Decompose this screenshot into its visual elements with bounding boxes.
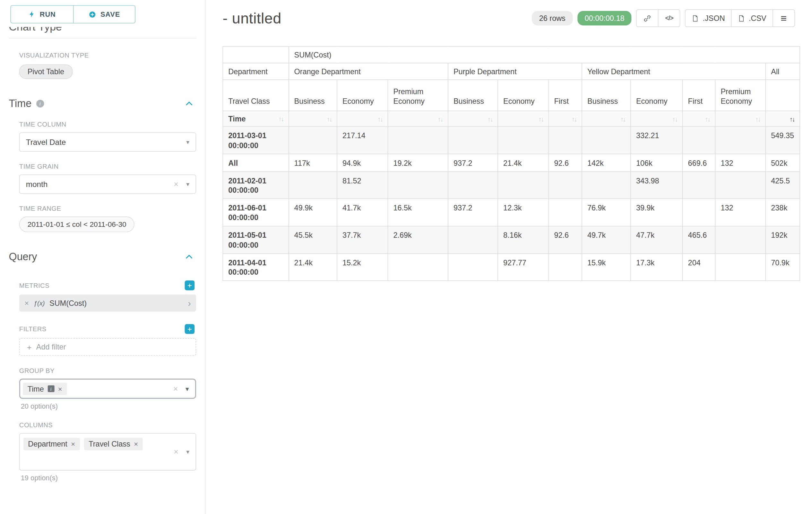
pivot-value-cell [582,127,631,154]
metrics-label-row: METRICS + [19,280,195,290]
run-label: RUN [40,10,56,18]
pivot-value-cell: 937.2 [448,154,498,171]
view-query-button[interactable]: </> [658,9,681,27]
travel-class-header: Economy [631,80,683,111]
sort-icon[interactable]: ↑↓ [672,116,677,123]
group-by-tag[interactable]: Time i × [23,383,67,395]
sort-cell[interactable]: ↑↓ [337,111,388,126]
sort-icon[interactable]: ↑↓ [572,116,576,123]
sort-icon[interactable]: ↑↓ [327,116,331,123]
sort-cell[interactable]: ↑↓ [448,111,498,126]
pivot-value-cell [498,171,549,199]
chart-type-heading: Chart Type [9,27,196,33]
clear-icon[interactable]: × [174,180,178,189]
sort-cell[interactable]: ↑↓ [498,111,549,126]
save-label: SAVE [100,10,120,18]
collapse-chevron-icon[interactable] [185,253,193,261]
sort-cell[interactable]: ↑↓ [582,111,631,126]
pivot-value-cell: 21.4k [289,253,337,281]
tag-label: Travel Class [89,440,130,448]
export-json-button[interactable]: .JSON [685,9,732,27]
pivot-row: 2011-02-01 00:00:0081.52343.98425.5 [223,171,800,199]
group-by-select[interactable]: Time i × × ▾ [19,379,196,399]
metric-item[interactable]: × ƒ(x) SUM(Cost) › [19,295,196,312]
sort-icon[interactable]: ↑↓ [278,115,283,123]
remove-tag-icon[interactable]: × [71,440,75,448]
travel-class-header-row: Travel Class BusinessEconomyPremium Econ… [223,80,800,111]
clear-all-icon[interactable]: × [174,447,178,457]
save-button[interactable]: SAVE [73,5,136,23]
add-filter-box[interactable]: + Add filter [19,338,196,356]
pivot-value-cell [683,127,716,154]
chart-header: - untitled 26 rows 00:00:00.18 </> .JSON [223,7,807,29]
viz-type-pill[interactable]: Pivot Table [19,64,72,79]
column-tag[interactable]: Department × [23,438,80,451]
column-group-header: Purple Department [448,63,582,80]
chart-title: - untitled [223,10,282,27]
pivot-value-cell [388,171,448,199]
pivot-value-cell: 106k [631,154,683,171]
time-range-pill[interactable]: 2011-01-01 ≤ col < 2011-06-30 [19,217,135,232]
pivot-value-cell: 669.6 [683,154,716,171]
travel-class-header: Business [448,80,498,111]
sort-icon[interactable]: ↑↓ [438,116,443,123]
sort-icon[interactable]: ↑↓ [377,116,382,123]
clear-all-icon[interactable]: × [173,384,178,393]
plus-icon: + [27,343,31,351]
sort-icon[interactable]: ↑↓ [755,116,760,123]
export-csv-button[interactable]: .CSV [731,9,773,27]
pivot-value-cell: 94.9k [337,154,388,171]
pivot-value-cell [289,171,337,199]
remove-metric-icon[interactable]: × [24,299,29,307]
pivot-value-cell: 465.6 [683,226,716,253]
columns-tags: Department × Travel Class × [23,438,143,451]
remove-tag-icon[interactable]: × [58,384,62,393]
pivot-value-cell [715,127,765,154]
remove-tag-icon[interactable]: × [134,440,138,448]
tag-label: Department [28,440,67,448]
add-metric-button[interactable]: + [185,280,195,290]
time-column-select[interactable]: Travel Date ▾ [19,132,196,152]
sort-cell[interactable]: ↑↓ [765,111,800,126]
query-timer-badge: 00:00:00.18 [577,11,632,25]
travel-class-header: Premium Economy [715,80,765,111]
export-csv-label: .CSV [749,14,766,23]
columns-label: COLUMNS [19,422,196,429]
time-grain-select[interactable]: month × ▾ [19,174,196,194]
columns-select[interactable]: Department × Travel Class × × ▾ [19,433,196,470]
time-label-cell: Time ↑↓ [223,111,289,126]
file-icon [738,14,745,22]
time-grain-label: TIME GRAIN [19,163,196,170]
sort-cell[interactable]: ↑↓ [289,111,337,126]
query-section-body: METRICS + × ƒ(x) SUM(Cost) › FILTERS + +… [9,280,196,482]
sort-icon[interactable]: ↑↓ [705,116,709,123]
add-filter-button[interactable]: + [185,324,195,334]
sort-cell[interactable]: ↑↓ [683,111,716,126]
pivot-value-cell: 204 [683,253,716,281]
menu-button[interactable]: ≡ [773,9,795,27]
pivot-value-cell: 502k [765,154,800,171]
pivot-value-cell: 21.4k [498,154,549,171]
time-label: Time [228,114,245,123]
sort-icon[interactable]: ↑↓ [538,116,543,123]
sort-icon[interactable]: ↑↓ [488,116,492,123]
sort-cell[interactable]: ↑↓ [549,111,582,126]
sort-cell[interactable]: ↑↓ [388,111,448,126]
pivot-value-cell [498,127,549,154]
run-button[interactable]: RUN [10,5,74,23]
code-icon: </> [665,15,674,22]
column-tag[interactable]: Travel Class × [84,438,143,451]
sort-cell[interactable]: ↑↓ [631,111,683,126]
time-section-body: TIME COLUMN Travel Date ▾ TIME GRAIN mon… [9,121,196,232]
sort-icon[interactable]: ↑↓ [620,116,625,123]
travel-class-header: First [549,80,582,111]
row-count-badge: 26 rows [532,11,573,25]
sort-icon[interactable]: ↑↓ [789,116,794,123]
short-link-button[interactable] [636,9,659,27]
pivot-row: 2011-05-01 00:00:0045.5k37.7k2.69k8.16k9… [223,226,800,253]
pivot-value-cell: 76.9k [582,199,631,226]
pivot-value-cell: 92.6 [549,154,582,171]
sort-cell[interactable]: ↑↓ [715,111,765,126]
group-by-options-hint: 20 option(s) [21,403,196,410]
collapse-chevron-icon[interactable] [185,100,193,107]
